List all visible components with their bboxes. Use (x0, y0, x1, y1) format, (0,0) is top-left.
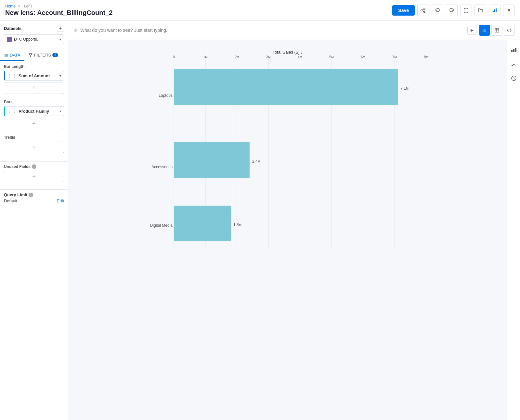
save-folder-button[interactable] (474, 5, 486, 16)
redo-button[interactable] (446, 5, 458, 16)
run-query-button[interactable]: ▶ (467, 26, 476, 35)
svg-marker-11 (29, 54, 32, 57)
filters-badge: 3 (52, 53, 58, 57)
svg-point-2 (424, 11, 425, 13)
dataset-name: DTC Opportu... (14, 37, 58, 42)
history-icon[interactable] (509, 74, 518, 83)
svg-point-0 (424, 8, 425, 9)
svg-rect-38 (511, 50, 513, 52)
add-bars-button[interactable]: + (4, 118, 64, 129)
trellis-section: Trellis + (0, 135, 68, 159)
table-view-button[interactable] (491, 25, 502, 36)
chart-view-button[interactable] (479, 25, 490, 36)
svg-rect-14 (485, 29, 485, 32)
search-sparkle-icon: ✳ (73, 27, 78, 33)
svg-line-3 (422, 9, 424, 10)
fullscreen-button[interactable] (460, 5, 472, 16)
svg-text:2м: 2м (235, 55, 239, 59)
unused-info-icon[interactable]: i (32, 164, 36, 169)
product-drag-handle-icon: ⋮⋮ (7, 108, 17, 114)
bar-length-label: Bar Length (4, 64, 64, 69)
query-limit-default-label: Default (4, 198, 17, 203)
svg-rect-15 (486, 30, 486, 32)
breadcrumb-home[interactable]: Home (5, 4, 16, 8)
svg-point-41 (512, 65, 513, 66)
sum-of-amount-label: Sum of Amount (19, 73, 58, 78)
tab-data-label: DATA (10, 53, 20, 57)
topbar-right: Save ▾ (392, 5, 515, 16)
dataset-chevron-icon: ▾ (59, 38, 61, 41)
product-chevron-icon: ▾ (59, 109, 61, 113)
bar-laptops[interactable] (174, 69, 398, 105)
svg-text:1м: 1м (203, 55, 208, 59)
svg-rect-12 (483, 30, 483, 32)
content-area: ✳ ▶ Total Sales ($) ↓ (68, 21, 520, 420)
save-button[interactable]: Save (392, 5, 415, 16)
undo-button[interactable] (432, 5, 443, 16)
trellis-label: Trellis (4, 135, 64, 140)
page-title: New lens: Account_BillingCount_2 (5, 9, 112, 17)
svg-text:8м: 8м (424, 55, 428, 59)
bar-value-accessories: 2.4м (252, 159, 260, 164)
svg-text:0: 0 (173, 55, 175, 59)
sidebar-tabs: DATA FILTERS 3 (0, 50, 68, 61)
query-limit-default: Default Edit (4, 198, 64, 203)
unused-fields-section: Unused Fields i + (0, 164, 68, 188)
bar-chart: Total Sales ($) ↓ 0 1м 2м 3м 4м 5м (73, 46, 502, 267)
add-unused-button[interactable]: + (4, 171, 64, 182)
tab-filters[interactable]: FILTERS 3 (24, 50, 62, 61)
bar-label-accessories: Accessories (151, 165, 173, 169)
share-icon-btn[interactable] (417, 5, 429, 16)
right-panel (507, 40, 520, 420)
query-limit-section: Query Limit i Default Edit (0, 189, 68, 206)
topbar: Home > Lens New lens: Account_BillingCou… (0, 0, 520, 21)
svg-rect-40 (515, 48, 516, 52)
unused-fields-label: Unused Fields (4, 164, 31, 169)
chart-config-icon[interactable] (509, 45, 518, 54)
sum-chevron-icon: ▾ (59, 74, 61, 78)
svg-rect-16 (495, 28, 499, 32)
add-dataset-button[interactable]: + (57, 25, 64, 32)
query-limit-header: Query Limit i (4, 192, 64, 197)
svg-rect-13 (484, 29, 484, 32)
section-divider (0, 161, 68, 162)
view-toggle (479, 25, 515, 36)
add-bar-length-button[interactable]: + (4, 83, 64, 94)
svg-point-1 (421, 10, 422, 11)
sum-of-amount-pill[interactable]: ⋮⋮ Sum of Amount ▾ (4, 71, 64, 81)
more-options-button[interactable]: ▾ (503, 5, 515, 16)
bar-value-digital-media: 1.8м (233, 223, 241, 227)
add-trellis-button[interactable]: + (4, 142, 64, 153)
svg-rect-7 (496, 8, 497, 12)
topbar-left: Home > Lens New lens: Account_BillingCou… (5, 4, 112, 17)
svg-text:4м: 4м (298, 55, 302, 59)
product-family-label: Product Family (19, 109, 58, 114)
tab-data[interactable]: DATA (0, 50, 24, 61)
search-input[interactable] (80, 28, 465, 33)
svg-rect-5 (493, 11, 494, 12)
bars-label: Bars (4, 100, 64, 104)
dataset-selector[interactable]: DTC Opportu... ▾ (4, 34, 64, 44)
bar-digital-media[interactable] (174, 206, 231, 241)
bar-accessories[interactable] (174, 142, 250, 178)
query-limit-edit-link[interactable]: Edit (57, 198, 64, 203)
unused-fields-header: Unused Fields i (4, 164, 64, 169)
bar-value-laptops: 7.1м (400, 86, 409, 91)
breadcrumb-separator: > (18, 4, 20, 8)
svg-rect-39 (513, 49, 514, 52)
query-limit-info-icon[interactable]: i (29, 193, 33, 197)
breadcrumb-section: Lens (24, 4, 32, 8)
query-limit-label: Query Limit (4, 192, 27, 197)
bar-length-section: Bar Length ⋮⋮ Sum of Amount ▾ + (0, 64, 68, 100)
datasets-header: Datasets + (4, 25, 64, 32)
product-family-pill[interactable]: ⋮⋮ Product Family ▾ (4, 106, 64, 116)
chart-type-button[interactable] (489, 5, 500, 16)
chart-wrapper: Total Sales ($) ↓ 0 1м 2м 3м 4м 5м (68, 40, 507, 420)
main-layout: Datasets + DTC Opportu... ▾ DATA FILTERS… (0, 21, 520, 420)
style-icon[interactable] (509, 59, 518, 69)
bars-section: Bars ⋮⋮ Product Family ▾ + (0, 100, 68, 135)
drag-handle-icon: ⋮⋮ (7, 73, 17, 78)
bar-label-digital-media: Digital Media (150, 223, 173, 228)
svg-text:7м: 7м (392, 55, 397, 59)
code-view-button[interactable] (504, 25, 515, 36)
